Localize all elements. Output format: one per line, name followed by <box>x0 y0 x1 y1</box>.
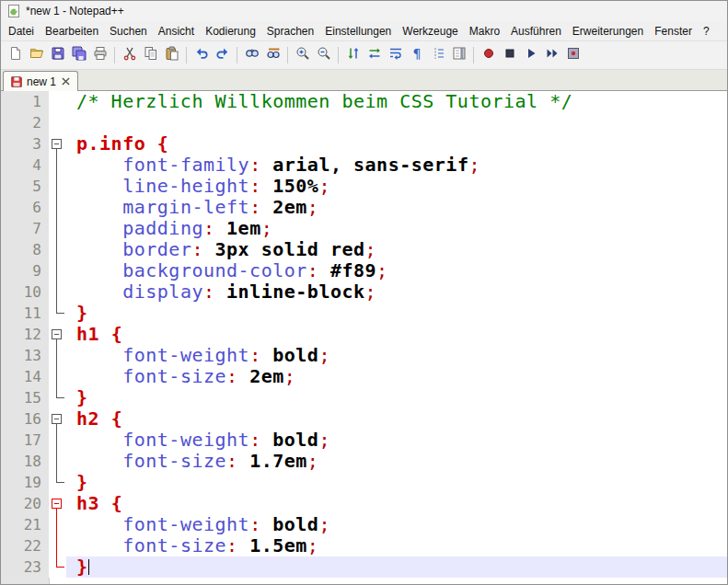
code-line[interactable]: 21 font-weight: bold; <box>1 514 727 535</box>
show-indent-guide-button[interactable] <box>427 45 448 66</box>
zoom-in-button[interactable] <box>292 45 313 66</box>
code-text[interactable]: margin-left: 2em; <box>66 197 727 218</box>
save-recorded-macro-button[interactable] <box>562 45 584 66</box>
line-number[interactable]: 9 <box>1 260 49 281</box>
code-line[interactable]: 19} <box>1 472 727 493</box>
play-macro-button[interactable] <box>520 45 541 66</box>
menu-item-einstellungen[interactable]: Einstellungen <box>319 23 397 40</box>
line-number[interactable]: 10 <box>1 281 49 303</box>
code-line[interactable]: 16h2 { <box>1 408 727 430</box>
line-number[interactable]: 17 <box>1 430 49 451</box>
code-line[interactable]: 6 margin-left: 2em; <box>1 197 727 218</box>
code-text[interactable]: border: 3px solid red; <box>66 239 727 260</box>
word-wrap-button[interactable] <box>385 45 406 66</box>
code-line[interactable]: 7 padding: 1em; <box>1 218 727 239</box>
menu-item-datei[interactable]: Datei <box>3 23 40 40</box>
record-macro-button[interactable] <box>478 45 499 66</box>
menu-item-ansicht[interactable]: Ansicht <box>153 23 200 40</box>
code-line[interactable]: 15} <box>1 387 727 408</box>
menu-item-fenster[interactable]: Fenster <box>649 23 698 40</box>
code-text[interactable]: } <box>66 556 727 578</box>
code-text[interactable]: h2 { <box>66 408 727 430</box>
code-text[interactable]: h1 { <box>66 324 727 345</box>
zoom-out-button[interactable] <box>313 45 334 66</box>
code-line[interactable]: 14 font-size: 2em; <box>1 366 727 387</box>
menu-item-suchen[interactable]: Suchen <box>104 23 153 40</box>
show-all-characters-button[interactable]: ¶ <box>406 45 427 66</box>
code-line[interactable]: 18 font-size: 1.7em; <box>1 451 727 472</box>
menu-item-ausfhren[interactable]: Ausführen <box>505 23 567 40</box>
code-line[interactable]: 3p.info { <box>1 133 727 155</box>
code-line[interactable]: 23} <box>1 556 727 578</box>
code-text[interactable]: } <box>66 387 727 408</box>
menu-item-werkzeuge[interactable]: Werkzeuge <box>397 23 463 40</box>
tab-close-icon[interactable] <box>60 76 71 87</box>
code-text[interactable]: /* Herzlich Willkommen beim CSS Tutorial… <box>66 91 727 112</box>
run-macro-multiple-times-button[interactable] <box>541 45 562 66</box>
code-line[interactable]: 1/* Herzlich Willkommen beim CSS Tutoria… <box>1 91 727 112</box>
replace-button[interactable] <box>262 45 283 66</box>
code-line[interactable]: 8 border: 3px solid red; <box>1 239 727 260</box>
line-number[interactable]: 2 <box>1 112 49 133</box>
code-line[interactable]: 17 font-weight: bold; <box>1 430 727 451</box>
menu-item-bearbeiten[interactable]: Bearbeiten <box>40 23 104 40</box>
fold-collapse-icon[interactable] <box>49 324 66 345</box>
fold-collapse-icon[interactable] <box>49 133 66 155</box>
stop-recording-button[interactable] <box>499 45 520 66</box>
line-number[interactable]: 22 <box>1 535 49 556</box>
line-number[interactable]: 14 <box>1 366 49 387</box>
line-number[interactable]: 23 <box>1 556 49 578</box>
undo-button[interactable] <box>191 45 212 66</box>
find-button[interactable] <box>241 45 262 66</box>
line-number[interactable]: 5 <box>1 176 49 197</box>
line-number[interactable]: 8 <box>1 239 49 260</box>
line-number[interactable]: 20 <box>1 493 49 514</box>
menu-item-sprachen[interactable]: Sprachen <box>261 23 319 40</box>
line-number[interactable]: 4 <box>1 155 49 176</box>
code-text[interactable]: h3 { <box>66 493 727 514</box>
code-line[interactable]: 2 <box>1 112 727 133</box>
code-text[interactable]: font-size: 2em; <box>66 366 727 387</box>
sync-scroll-horizontal-button[interactable] <box>364 45 385 66</box>
tab-new-1[interactable]: new 1 <box>3 71 78 91</box>
paste-button[interactable] <box>161 45 182 66</box>
code-line[interactable]: 4 font-family: arial, sans-serif; <box>1 155 727 176</box>
code-line[interactable]: 22 font-size: 1.5em; <box>1 535 727 556</box>
line-number[interactable]: 12 <box>1 324 49 345</box>
line-number[interactable]: 7 <box>1 218 49 239</box>
cut-button[interactable] <box>119 45 140 66</box>
menu-item-makro[interactable]: Makro <box>464 23 505 40</box>
code-text[interactable]: font-family: arial, sans-serif; <box>66 155 727 176</box>
code-text[interactable]: font-size: 1.5em; <box>66 535 727 556</box>
code-text[interactable]: line-height: 150%; <box>66 176 727 197</box>
line-number[interactable]: 16 <box>1 408 49 430</box>
line-number[interactable]: 19 <box>1 472 49 493</box>
code-text[interactable]: display: inline-block; <box>66 281 727 303</box>
line-number[interactable]: 21 <box>1 514 49 535</box>
menu-item-kodierung[interactable]: Kodierung <box>200 23 261 40</box>
fold-collapse-icon[interactable] <box>49 493 66 514</box>
save-button[interactable] <box>47 45 68 66</box>
fold-collapse-icon[interactable] <box>49 408 66 430</box>
code-text[interactable]: font-weight: bold; <box>66 514 727 535</box>
line-number[interactable]: 6 <box>1 197 49 218</box>
print-button[interactable] <box>89 45 110 66</box>
code-text[interactable] <box>66 112 727 133</box>
code-line[interactable]: 11} <box>1 303 727 324</box>
code-text[interactable]: font-size: 1.7em; <box>66 451 727 472</box>
editor[interactable]: 1/* Herzlich Willkommen beim CSS Tutoria… <box>1 91 727 584</box>
code-line[interactable]: 5 line-height: 150%; <box>1 176 727 197</box>
save-all-button[interactable] <box>68 45 89 66</box>
code-line[interactable]: 10 display: inline-block; <box>1 281 727 303</box>
code-text[interactable]: background-color: #f89; <box>66 260 727 281</box>
new-file-button[interactable] <box>5 45 26 66</box>
line-number[interactable]: 15 <box>1 387 49 408</box>
code-line[interactable]: 20h3 { <box>1 493 727 514</box>
open-folder-button[interactable] <box>26 45 47 66</box>
line-number[interactable]: 3 <box>1 133 49 155</box>
line-number[interactable]: 13 <box>1 345 49 366</box>
document-map-button[interactable] <box>448 45 469 66</box>
code-text[interactable]: p.info { <box>66 133 727 155</box>
menu-item-help[interactable]: ? <box>698 23 715 40</box>
menu-item-erweiterungen[interactable]: Erweiterungen <box>567 23 649 40</box>
